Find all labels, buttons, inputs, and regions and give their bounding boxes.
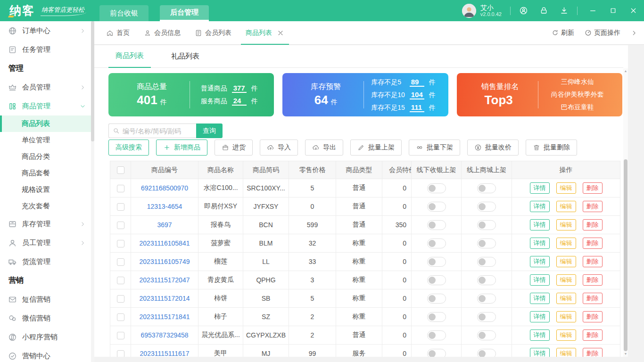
product-code-link[interactable]: 6921168500970 [141,184,188,192]
page-actions-button[interactable]: 页面操作 [585,29,620,37]
online-shelf-toggle[interactable] [477,183,496,193]
row-checkbox[interactable] [117,222,124,229]
sidebar-subitem[interactable]: 商品列表 [0,115,94,132]
online-shelf-toggle[interactable] [477,294,496,304]
card-line-value[interactable]: 111 [410,103,424,112]
offline-shelf-toggle[interactable] [427,312,446,322]
delete-button[interactable]: 删除 [583,256,603,267]
edit-button[interactable]: 编辑 [556,348,576,357]
edit-button[interactable]: 编辑 [556,201,576,212]
online-shelf-toggle[interactable] [477,349,496,357]
maximize-icon[interactable] [609,7,617,15]
chevron-right-icon[interactable] [631,30,637,36]
support-icon[interactable] [519,6,528,15]
delete-button[interactable]: 删除 [583,201,603,212]
tab-home[interactable]: 首页 [106,21,130,45]
edit-button[interactable]: 编辑 [556,293,576,304]
row-checkbox[interactable] [117,313,124,321]
row-checkbox[interactable] [117,277,124,284]
toolbar-button-7[interactable]: 批量改价 [467,140,519,156]
online-shelf-toggle[interactable] [477,312,496,322]
detail-button[interactable]: 详情 [530,348,550,357]
row-checkbox[interactable] [117,258,124,266]
toolbar-button-4[interactable]: 导出 [305,140,343,156]
edit-button[interactable]: 编辑 [556,182,576,194]
product-code-link[interactable]: 20231115172014 [140,295,190,302]
offline-shelf-toggle[interactable] [427,349,446,357]
offline-shelf-toggle[interactable] [427,183,446,193]
online-shelf-toggle[interactable] [477,239,496,248]
sidebar-item[interactable]: 任务管理 [0,40,94,59]
edit-button[interactable]: 编辑 [556,219,576,230]
delete-button[interactable]: 删除 [583,182,603,194]
offline-shelf-toggle[interactable] [427,239,446,248]
tab-member-list[interactable]: 会员列表 [195,21,231,45]
online-shelf-toggle[interactable] [477,275,496,285]
row-checkbox[interactable] [117,240,124,247]
product-code-link[interactable]: 20231115171841 [140,313,190,321]
panel-tab-products[interactable]: 商品列表 [108,45,151,68]
user-info[interactable]: 艾小 v2.0.0.42 [462,4,502,18]
sidebar-item[interactable]: 会员管理 [0,78,94,97]
delete-button[interactable]: 删除 [583,311,603,322]
close-icon[interactable] [629,7,637,15]
row-checkbox[interactable] [117,295,124,303]
search-input[interactable] [123,127,192,135]
sidebar-subitem[interactable]: 商品套餐 [0,165,94,181]
detail-button[interactable]: 详情 [530,201,550,212]
delete-button[interactable]: 删除 [583,219,603,230]
scroll-up-arrow[interactable]: ▲ [623,68,628,74]
row-checkbox[interactable] [117,350,124,357]
online-shelf-toggle[interactable] [477,330,496,340]
offline-shelf-toggle[interactable] [427,257,446,267]
detail-button[interactable]: 详情 [530,329,550,341]
sidebar-item[interactable]: 货流管理 [0,252,94,271]
nav-tab-backoffice[interactable]: 后台管理 [160,5,209,21]
delete-button[interactable]: 删除 [583,329,603,341]
offline-shelf-toggle[interactable] [427,202,446,212]
card-line-value[interactable]: 24 [232,97,247,106]
sidebar-subitem[interactable]: 商品分类 [0,148,94,165]
nav-tab-cashier[interactable]: 前台收银 [99,5,149,21]
toolbar-button-2[interactable]: 进货 [215,140,253,156]
sidebar-subitem[interactable]: 规格设置 [0,181,94,198]
sidebar-item[interactable]: 商品管理 [0,97,94,115]
detail-button[interactable]: 详情 [530,311,550,322]
card-line-value[interactable]: 377 [232,84,247,93]
sidebar-item[interactable]: 库存管理 [0,214,94,233]
edit-button[interactable]: 编辑 [556,238,576,249]
offline-shelf-toggle[interactable] [427,330,446,340]
online-shelf-toggle[interactable] [477,220,496,230]
scroll-down-arrow[interactable]: ▼ [623,351,628,357]
delete-button[interactable]: 删除 [583,274,603,286]
offline-shelf-toggle[interactable] [427,294,446,304]
refresh-button[interactable]: 刷新 [552,29,574,37]
detail-button[interactable]: 详情 [530,238,550,249]
product-code-link[interactable]: 20231115172047 [140,276,190,284]
product-code-link[interactable]: 12313-4654 [147,203,182,210]
toolbar-button-6[interactable]: 批量下架 [409,140,460,156]
delete-button[interactable]: 删除 [583,293,603,304]
edit-button[interactable]: 编辑 [556,274,576,286]
detail-button[interactable]: 详情 [530,274,550,286]
card-line-value[interactable]: 89 [410,78,424,87]
sidebar-subitem[interactable]: 充次套餐 [0,198,94,214]
tab-member-info[interactable]: 会员信息 [144,21,181,45]
detail-button[interactable]: 详情 [530,219,550,230]
panel-tab-gifts[interactable]: 礼品列表 [164,45,206,68]
row-checkbox[interactable] [117,185,124,192]
sidebar-subitem[interactable]: 单位管理 [0,132,94,148]
detail-button[interactable]: 详情 [530,293,550,304]
toolbar-button-0[interactable]: 高级搜索 [108,140,149,156]
select-all-checkbox[interactable] [117,166,124,174]
product-code-link[interactable]: 6953787329458 [140,331,188,339]
close-icon[interactable] [277,29,284,37]
toolbar-button-5[interactable]: 批量上架 [350,140,402,156]
offline-shelf-toggle[interactable] [427,220,446,230]
sidebar-item[interactable]: 小程序营销 [0,328,94,346]
sidebar-scrollbar[interactable] [91,21,94,362]
row-checkbox[interactable] [117,332,124,339]
offline-shelf-toggle[interactable] [427,275,446,285]
content-scrollbar[interactable]: ▲ ▼ [623,68,628,357]
minimize-icon[interactable] [589,7,597,15]
